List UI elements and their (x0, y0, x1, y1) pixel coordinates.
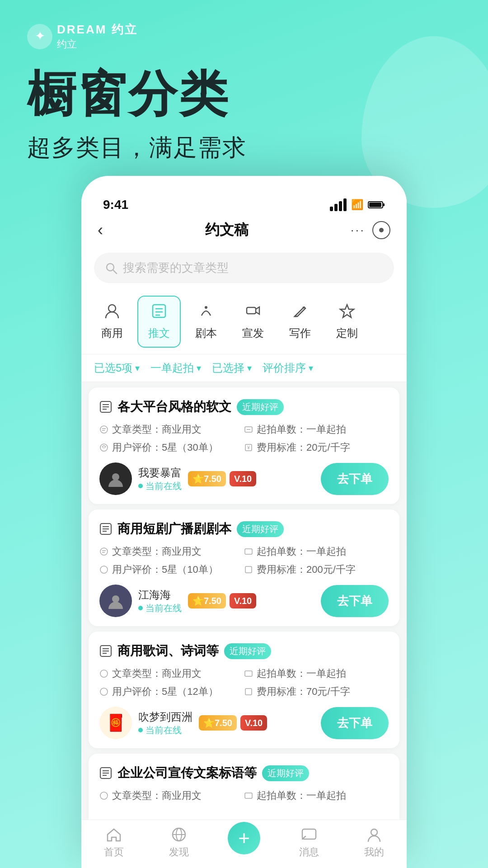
nav-message[interactable]: 消息 (277, 826, 342, 859)
card-1-rating-label: 用户评价：5星（30单） (112, 441, 218, 454)
card-2-type-text: 文章类型：商业用文 (112, 545, 202, 558)
bid-icon-4 (244, 791, 253, 800)
card-1-badge: 近期好评 (237, 399, 284, 415)
card-4-bid-text: 起拍单数：一单起拍 (257, 789, 346, 802)
nav-message-label: 消息 (299, 845, 319, 859)
tab-zhi[interactable]: 定制 (325, 296, 369, 348)
card-3-badge-v10: V.10 (240, 715, 267, 731)
card-1-rating: 用户评价：5星（30单） (99, 441, 244, 454)
card-3-order-btn[interactable]: 去下单 (321, 707, 389, 739)
card-2-user: 江海海 当前在线 ⭐7.50 V.10 (99, 585, 256, 617)
home-icon (106, 826, 122, 843)
logo-icon: ✦ (27, 24, 52, 49)
badge-v10: V.10 (230, 471, 256, 486)
card-1-user-details: 我要暴富 当前在线 (138, 466, 182, 492)
filter-sort[interactable]: 评价排序 ▾ (263, 361, 313, 375)
card-1-header: 各大平台风格的软文 近期好评 (99, 398, 389, 415)
search-bar[interactable]: 搜索需要的文章类型 (94, 253, 394, 283)
tab-zhi-label: 定制 (336, 326, 358, 340)
card-2-bid-text: 起拍单数：一单起拍 (257, 545, 346, 558)
card-2-meta: 文章类型：商业用文 起拍单数：一单起拍 用户评价：5星（10单） 费用标准：20… (99, 545, 389, 576)
nav-home-label: 首页 (104, 845, 124, 859)
card-2-user-name: 江海海 (138, 588, 182, 602)
tab-ju-icon (198, 303, 214, 323)
svg-rect-37 (245, 566, 252, 573)
card-3-user: 🧧 吹梦到西洲 当前在线 ⭐7.50 (99, 707, 267, 739)
svg-text:✦: ✦ (35, 29, 45, 43)
add-button[interactable]: + (228, 822, 260, 854)
card-3-header: 商用歌词、诗词等 近期好评 (99, 642, 389, 660)
nav-discover[interactable]: 发现 (146, 826, 211, 859)
fee-icon-3 (244, 687, 253, 696)
hero-subtitle: 超多类目，满足需求 (27, 132, 461, 164)
card-doc-icon-3 (99, 645, 112, 657)
back-button[interactable]: ‹ (98, 221, 103, 240)
logo-area: ✦ DREAM 约立 约立 (27, 22, 461, 51)
filter-sort-arrow: ▾ (309, 363, 313, 373)
card-3-footer: 🧧 吹梦到西洲 当前在线 ⭐7.50 (99, 707, 389, 739)
svg-point-51 (100, 792, 108, 799)
filter-sort-label: 评价排序 (263, 361, 306, 375)
card-2-type: 文章类型：商业用文 (99, 545, 244, 558)
card-2-header: 商用短剧广播剧剧本 近期好评 (99, 520, 389, 538)
card-4-type: 文章类型：商业用文 (99, 789, 244, 802)
svg-rect-46 (245, 689, 252, 695)
wifi-icon: 📶 (351, 199, 363, 211)
content-area: 各大平台风格的软文 近期好评 文章类型：商业用文 起拍单数：一单起拍 用户评价：… (81, 382, 407, 820)
fee-icon: ¥ (244, 443, 253, 452)
online-dot (138, 484, 143, 488)
svg-point-27 (112, 473, 119, 481)
profile-icon (366, 826, 382, 843)
record-button[interactable] (372, 221, 390, 239)
svg-point-45 (100, 688, 108, 695)
svg-point-7 (108, 305, 116, 312)
filter-choose[interactable]: 已选择 ▾ (212, 361, 252, 375)
category-tabs: 商用 推文 剧本 宣发 (81, 289, 407, 354)
card-3-bid-text: 起拍单数：一单起拍 (257, 667, 346, 680)
card-3-fee: 费用标准：70元/千字 (244, 685, 389, 698)
search-container: 搜索需要的文章类型 (81, 246, 407, 289)
card-3-type: 文章类型：商业用文 (99, 667, 244, 680)
type-icon-4 (99, 791, 108, 800)
card-2-bid: 起拍单数：一单起拍 (244, 545, 389, 558)
more-button[interactable]: ··· (351, 223, 365, 237)
card-1-order-btn[interactable]: 去下单 (321, 463, 389, 495)
tab-ju[interactable]: 剧本 (184, 296, 228, 348)
tab-tui-label: 推文 (148, 326, 170, 340)
card-3-meta: 文章类型：商业用文 起拍单数：一单起拍 用户评价：5星（12单） 费用标准：70… (99, 667, 389, 698)
card-1-type: 文章类型：商业用文 (99, 423, 244, 436)
logo-subtitle: 约立 (57, 38, 138, 51)
service-card-3: 商用歌词、诗词等 近期好评 文章类型：商业用文 起拍单数：一单起拍 用户评价：5… (89, 632, 399, 748)
record-dot (379, 228, 384, 232)
tab-xie[interactable]: 写作 (278, 296, 322, 348)
tab-tui[interactable]: 推文 (137, 296, 181, 348)
card-2-footer: 江海海 当前在线 ⭐7.50 V.10 (99, 585, 389, 617)
card-3-rating-text: 用户评价：5星（12单） (112, 685, 218, 698)
card-1-bid-label: 起拍单数：一单起拍 (257, 423, 346, 436)
tab-xuan-label: 宣发 (242, 326, 264, 340)
filter-selected[interactable]: 已选5项 ▾ (94, 361, 140, 375)
svg-line-6 (113, 270, 117, 274)
card-2-badges: ⭐7.50 V.10 (188, 593, 256, 609)
card-3-rating: 用户评价：5星（12单） (99, 685, 244, 698)
card-3-bid: 起拍单数：一单起拍 (244, 667, 389, 680)
tab-xuan-icon (245, 303, 261, 323)
signal-icon (330, 198, 347, 211)
nav-mine[interactable]: 我的 (342, 826, 407, 859)
nav-add[interactable]: + (211, 826, 277, 859)
bid-icon-2 (244, 547, 253, 556)
card-2-order-btn[interactable]: 去下单 (321, 585, 389, 617)
filter-selected-label: 已选5项 (94, 361, 132, 375)
card-3-badge-750: ⭐7.50 (199, 715, 237, 731)
card-1-user: 我要暴富 当前在线 ⭐7.50 V.10 (99, 462, 256, 495)
filter-bid[interactable]: 一单起拍 ▾ (150, 361, 201, 375)
tab-xuan[interactable]: 宣发 (231, 296, 275, 348)
service-card-1: 各大平台风格的软文 近期好评 文章类型：商业用文 起拍单数：一单起拍 用户评价：… (89, 387, 399, 504)
svg-point-12 (205, 306, 207, 309)
tab-xie-icon (292, 303, 308, 323)
nav-home[interactable]: 首页 (81, 826, 146, 859)
add-icon: + (238, 827, 250, 849)
nav-bar: ‹ 约文稿 ··· (81, 216, 407, 246)
tab-shang[interactable]: 商用 (90, 296, 134, 348)
filter-choose-label: 已选择 (212, 361, 244, 375)
